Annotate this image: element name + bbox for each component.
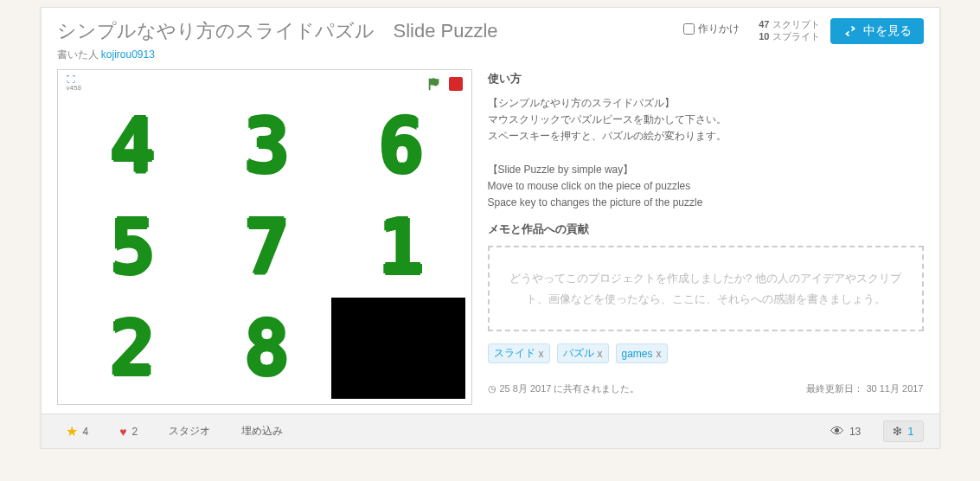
- remix-button[interactable]: ❇ 1: [883, 420, 923, 442]
- author-link[interactable]: kojirou0913: [101, 48, 155, 61]
- heart-icon: ♥: [119, 425, 126, 439]
- puzzle-tile[interactable]: 4: [63, 96, 197, 197]
- puzzle-stage[interactable]: 4 3 6 5 7 1 2 8: [63, 96, 466, 399]
- tag-remove-icon[interactable]: x: [539, 348, 544, 360]
- puzzle-tile[interactable]: 3: [197, 96, 331, 197]
- puzzle-tile[interactable]: 5: [63, 197, 197, 298]
- puzzle-tile[interactable]: 1: [331, 197, 465, 298]
- remix-tree-icon: ❇: [893, 425, 902, 438]
- puzzle-tile[interactable]: 6: [331, 96, 465, 197]
- author-line: 書いた人 kojirou0913: [57, 48, 665, 62]
- info-column: 使い方 【シンプルなやり方のスライドパズル】 マウスクリックでパズルピースを動か…: [488, 69, 924, 405]
- puzzle-tile-blank[interactable]: [331, 298, 465, 399]
- draft-checkbox[interactable]: 作りかけ: [675, 18, 748, 40]
- tag[interactable]: スライドx: [488, 343, 550, 363]
- main: ⛶v458 4 3 6 5 7 1 2 8: [42, 69, 939, 414]
- howto-body: 【シンプルなやり方のスライドパズル】 マウスクリックでパズルピースを動かして下さ…: [488, 95, 924, 211]
- green-flag-icon[interactable]: [426, 76, 442, 92]
- puzzle-tile[interactable]: 7: [197, 197, 331, 298]
- tag-remove-icon[interactable]: x: [598, 348, 603, 360]
- puzzle-tile[interactable]: 2: [63, 298, 197, 399]
- notes-title: メモと作品への貢献: [488, 221, 924, 237]
- eye-icon: 👁: [830, 424, 844, 439]
- stats-counts: 47 スクリプト 10 スプライト: [759, 18, 819, 42]
- stage-frame: ⛶v458 4 3 6 5 7 1 2 8: [57, 69, 472, 405]
- tag[interactable]: gamesx: [616, 343, 668, 363]
- stop-icon[interactable]: [449, 77, 463, 91]
- clock-icon: ◷: [488, 383, 496, 394]
- embed-button[interactable]: 埋め込み: [233, 420, 291, 442]
- love-button[interactable]: ♥ 2: [111, 421, 146, 442]
- star-icon: ★: [66, 423, 78, 439]
- notes-placeholder[interactable]: どうやってこのプロジェクトを作成しましたか? 他の人のアイデアやスクリプト、画像…: [488, 246, 924, 331]
- swap-icon: [842, 25, 858, 37]
- project-title: シンプルなやり方のスライドパズル Slide Puzzle: [57, 18, 665, 44]
- tags-row: スライドx パズルx gamesx: [488, 343, 924, 363]
- fullscreen-icon[interactable]: ⛶v458: [67, 75, 81, 93]
- studio-button[interactable]: スタジオ: [160, 420, 219, 442]
- favorite-button[interactable]: ★ 4: [57, 420, 98, 443]
- puzzle-tile[interactable]: 8: [197, 298, 331, 399]
- footer-bar: ★ 4 ♥ 2 スタジオ 埋め込み 👁 13 ❇ 1: [42, 414, 939, 448]
- header: シンプルなやり方のスライドパズル Slide Puzzle 書いた人 kojir…: [42, 8, 939, 69]
- draft-checkbox-input[interactable]: [683, 23, 695, 35]
- project-card: シンプルなやり方のスライドパズル Slide Puzzle 書いた人 kojir…: [41, 7, 940, 449]
- howto-title: 使い方: [488, 71, 924, 87]
- see-inside-button[interactable]: 中を見る: [830, 18, 924, 44]
- tag-remove-icon[interactable]: x: [657, 348, 662, 360]
- views-count: 👁 13: [822, 420, 869, 443]
- dates-row: ◷25 8月 2017 に共有されました。 最終更新日： 30 11月 2017: [488, 377, 924, 395]
- tag[interactable]: パズルx: [557, 343, 609, 363]
